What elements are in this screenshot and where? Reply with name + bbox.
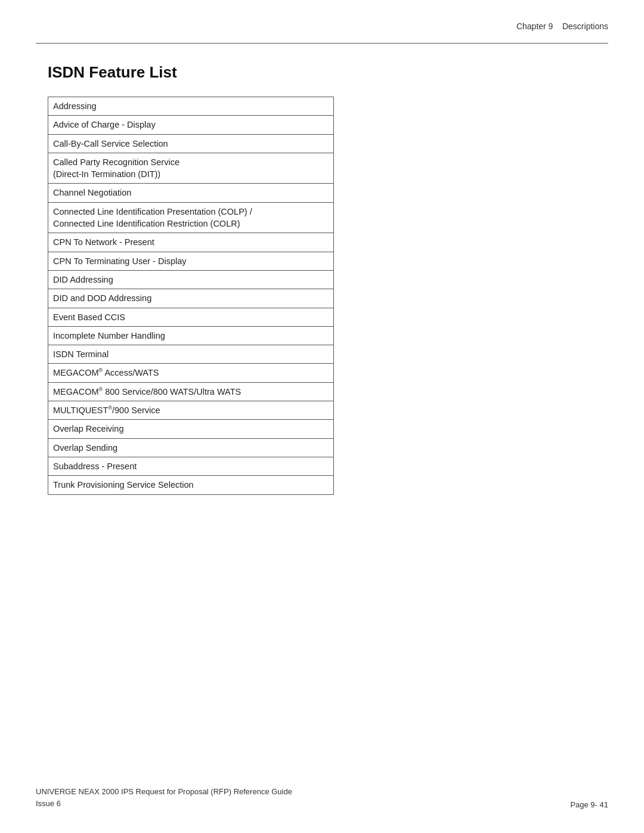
footer-page-number: Page 9- 41: [570, 800, 608, 809]
feature-list-table-container: Addressing Advice of Charge - Display Ca…: [48, 97, 334, 495]
table-cell: Advice of Charge - Display: [48, 116, 334, 134]
table-cell: Addressing: [48, 97, 334, 116]
table-row: Call-By-Call Service Selection: [48, 134, 334, 153]
table-row: CPN To Network - Present: [48, 233, 334, 252]
table-cell: DID and DOD Addressing: [48, 289, 334, 308]
table-cell: Call-By-Call Service Selection: [48, 134, 334, 153]
table-row: Addressing: [48, 97, 334, 116]
table-row: MULTIQUEST®/900 Service: [48, 401, 334, 420]
table-cell: DID Addressing: [48, 270, 334, 289]
table-row: DID Addressing: [48, 270, 334, 289]
header-chapter-section: Chapter 9 Descriptions: [516, 21, 608, 31]
table-row: Channel Negotiation: [48, 184, 334, 202]
table-cell: Subaddress - Present: [48, 457, 334, 475]
section-label: Descriptions: [562, 21, 608, 31]
table-cell: Overlap Sending: [48, 438, 334, 457]
table-row: Event Based CCIS: [48, 308, 334, 326]
table-cell: MEGACOM® 800 Service/800 WATS/Ultra WATS: [48, 382, 334, 401]
table-cell: Connected Line Identification Presentati…: [48, 202, 334, 233]
footer-left: UNIVERGE NEAX 2000 IPS Request for Propo…: [36, 786, 292, 809]
page-title: ISDN Feature List: [48, 63, 177, 82]
table-cell: Event Based CCIS: [48, 308, 334, 326]
table-row: DID and DOD Addressing: [48, 289, 334, 308]
table-row: Connected Line Identification Presentati…: [48, 202, 334, 233]
table-cell: CPN To Terminating User - Display: [48, 252, 334, 270]
footer-right: Page 9- 41: [570, 800, 608, 809]
footer: UNIVERGE NEAX 2000 IPS Request for Propo…: [36, 786, 608, 809]
table-cell: Channel Negotiation: [48, 184, 334, 202]
feature-list-table: Addressing Advice of Charge - Display Ca…: [48, 97, 334, 495]
table-cell: MEGACOM® Access/WATS: [48, 364, 334, 382]
table-cell: Called Party Recognition Service(Direct-…: [48, 153, 334, 184]
table-row: Overlap Receiving: [48, 420, 334, 438]
chapter-label: Chapter 9: [516, 21, 553, 31]
footer-left-line2: Issue 6: [36, 798, 292, 810]
table-cell: Trunk Provisioning Service Selection: [48, 476, 334, 494]
table-row: MEGACOM® Access/WATS: [48, 364, 334, 382]
header-divider: [36, 43, 608, 44]
table-row: Overlap Sending: [48, 438, 334, 457]
table-row: Incomplete Number Handling: [48, 326, 334, 345]
table-row: Trunk Provisioning Service Selection: [48, 476, 334, 494]
table-row: Called Party Recognition Service(Direct-…: [48, 153, 334, 184]
footer-left-line1: UNIVERGE NEAX 2000 IPS Request for Propo…: [36, 786, 292, 798]
table-row: Subaddress - Present: [48, 457, 334, 475]
table-cell: MULTIQUEST®/900 Service: [48, 401, 334, 420]
table-row: CPN To Terminating User - Display: [48, 252, 334, 270]
table-cell: CPN To Network - Present: [48, 233, 334, 252]
table-cell: ISDN Terminal: [48, 345, 334, 364]
table-row: Advice of Charge - Display: [48, 116, 334, 134]
table-row: ISDN Terminal: [48, 345, 334, 364]
table-cell: Incomplete Number Handling: [48, 326, 334, 345]
table-cell: Overlap Receiving: [48, 420, 334, 438]
table-row: MEGACOM® 800 Service/800 WATS/Ultra WATS: [48, 382, 334, 401]
